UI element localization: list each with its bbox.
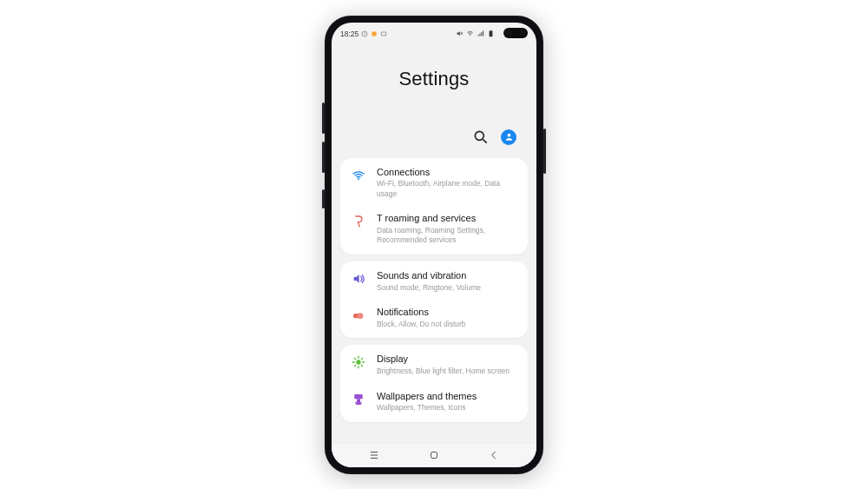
volume-up-button[interactable]	[322, 102, 325, 134]
home-icon	[428, 449, 440, 461]
status-time: 18:25	[340, 30, 358, 38]
bixby-button[interactable]	[322, 189, 325, 208]
roaming-icon	[351, 214, 366, 229]
volume-down-button[interactable]	[322, 142, 325, 173]
settings-item-subtitle: Wallpapers, Themes, Icons	[377, 403, 477, 413]
settings-item-title: Notifications	[377, 307, 466, 319]
nav-back-button[interactable]	[477, 446, 511, 464]
svg-line-18	[354, 359, 355, 360]
power-button[interactable]	[543, 129, 546, 174]
svg-rect-22	[354, 394, 362, 399]
avatar	[501, 129, 516, 145]
settings-item-notifications[interactable]: Notifications Block, Allow, Do not distu…	[340, 301, 528, 338]
settings-list[interactable]: Connections Wi-Fi, Bluetooth, Airplane m…	[332, 158, 536, 443]
settings-item-title: Wallpapers and themes	[377, 391, 477, 403]
settings-item-connections[interactable]: Connections Wi-Fi, Bluetooth, Airplane m…	[340, 158, 528, 208]
svg-rect-23	[357, 399, 360, 405]
rect-icon	[380, 30, 387, 37]
settings-item-subtitle: Data roaming, Roaming Settings, Recommen…	[377, 226, 516, 246]
battery-icon	[487, 30, 495, 37]
settings-item-display[interactable]: Display Brightness, Blue light filter, H…	[340, 345, 528, 385]
svg-point-9	[507, 134, 510, 137]
svg-point-4	[470, 35, 470, 36]
settings-item-subtitle: Sound mode, Ringtone, Volume	[377, 283, 481, 293]
settings-item-subtitle: Brightness, Blue light filter, Home scre…	[377, 367, 510, 376]
header: Settings	[332, 42, 536, 158]
settings-group: Connections Wi-Fi, Bluetooth, Airplane m…	[340, 158, 528, 254]
settings-item-subtitle: Block, Allow, Do not disturb	[377, 320, 466, 329]
svg-point-13	[356, 360, 360, 365]
mute-icon	[456, 30, 464, 37]
svg-rect-27	[431, 453, 437, 459]
nav-home-button[interactable]	[417, 446, 451, 464]
settings-item-sounds[interactable]: Sounds and vibration Sound mode, Rington…	[340, 261, 528, 301]
settings-item-title: Display	[377, 354, 510, 366]
person-icon	[504, 132, 514, 142]
settings-item-wallpapers[interactable]: Wallpapers and themes Wallpapers, Themes…	[340, 386, 528, 422]
back-icon	[488, 449, 500, 461]
svg-rect-6	[490, 30, 492, 31]
display-icon	[351, 354, 366, 370]
search-icon	[472, 129, 490, 146]
android-navbar	[332, 443, 536, 467]
dot-orange-icon	[371, 30, 378, 37]
wallpapers-icon	[351, 392, 366, 407]
sound-icon	[351, 271, 366, 287]
account-button[interactable]	[500, 129, 517, 146]
settings-group: Sounds and vibration Sound mode, Rington…	[340, 261, 528, 338]
nav-recents-button[interactable]	[357, 446, 391, 464]
svg-rect-1	[382, 32, 386, 36]
search-button[interactable]	[472, 129, 490, 146]
svg-point-12	[358, 313, 364, 319]
settings-item-title: Connections	[377, 167, 516, 179]
clock-icon	[361, 30, 368, 37]
wifi-icon	[351, 168, 366, 183]
settings-item-roaming[interactable]: T roaming and services Data roaming, Roa…	[340, 208, 528, 254]
svg-point-7	[475, 131, 483, 140]
wifi-icon	[466, 30, 474, 37]
svg-rect-5	[490, 31, 493, 37]
phone-frame: 18:25 Settings	[325, 16, 543, 474]
page-title: Settings	[347, 68, 521, 90]
svg-line-19	[361, 366, 362, 367]
settings-item-subtitle: Wi-Fi, Bluetooth, Airplane mode, Data us…	[377, 179, 516, 199]
screen: 18:25 Settings	[332, 23, 536, 467]
status-bar: 18:25	[332, 23, 536, 42]
recents-icon	[368, 449, 380, 461]
settings-item-title: T roaming and services	[377, 213, 516, 225]
svg-line-21	[354, 366, 355, 367]
svg-point-10	[358, 177, 359, 179]
svg-line-8	[483, 139, 487, 142]
signal-icon	[477, 30, 484, 37]
svg-line-20	[361, 359, 362, 360]
settings-group: Display Brightness, Blue light filter, H…	[340, 345, 528, 421]
settings-item-title: Sounds and vibration	[377, 270, 481, 282]
notifications-icon	[351, 307, 366, 323]
